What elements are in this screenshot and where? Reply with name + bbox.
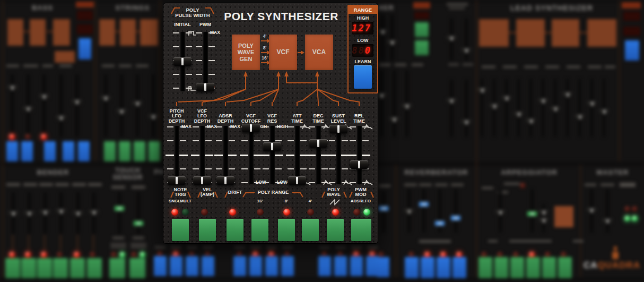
bg-label xyxy=(28,235,29,251)
drift-button[interactable] xyxy=(227,219,243,241)
vcf-res-slider-rail[interactable] xyxy=(270,126,275,184)
range-8-button[interactable] xyxy=(278,219,295,241)
bg-slider-handle xyxy=(419,202,429,207)
pitch-lfo-depth-slider-tick xyxy=(179,155,188,156)
range-low-display: 880 xyxy=(352,44,373,57)
bg-led xyxy=(111,252,117,258)
pitch-lfo-depth-slider-rail[interactable] xyxy=(175,126,179,184)
bg-label xyxy=(136,65,149,67)
rel-time-slider-rail[interactable] xyxy=(357,126,362,184)
bg-slider-handle xyxy=(73,211,83,216)
learn-button[interactable] xyxy=(354,65,372,89)
bg-slider-handle xyxy=(378,30,387,35)
vcf-lfo-depth-slider-tick xyxy=(191,155,199,156)
bg-label xyxy=(110,246,126,248)
pwm-slider-tick xyxy=(208,74,215,75)
bg-slider-handle xyxy=(404,209,414,214)
bg-blue-button xyxy=(437,257,450,278)
pwm-slider-top-label: MAX xyxy=(210,30,226,36)
bg-led xyxy=(25,252,31,258)
sust-level-slider-handle[interactable] xyxy=(329,125,347,133)
dec-time-slider-rail[interactable] xyxy=(316,126,321,184)
bg-green-button xyxy=(129,258,145,278)
bg-slider xyxy=(505,79,508,137)
att-time-slider-rail[interactable] xyxy=(295,126,300,184)
bg-module-box xyxy=(120,19,136,46)
bg-label xyxy=(588,66,602,68)
bg-slider xyxy=(42,74,46,137)
pitch-lfo-depth-slider-handle[interactable] xyxy=(168,176,186,185)
bg-label xyxy=(419,184,432,186)
bg-label xyxy=(573,240,584,242)
rel-time-slider-tick xyxy=(350,140,356,141)
bg-slider xyxy=(118,192,121,234)
bg-slider-handle xyxy=(603,219,612,224)
lfo-led xyxy=(363,209,370,216)
bg-green-button xyxy=(109,258,125,278)
vcf-lfo-depth-slider-handle[interactable] xyxy=(193,176,211,185)
bg-led-display xyxy=(623,12,640,21)
att-time-slider-tick xyxy=(288,126,294,127)
bg-slider-handle xyxy=(117,109,126,114)
bg-label xyxy=(449,7,465,9)
bg-led-display xyxy=(77,24,93,34)
bg-module-box xyxy=(30,19,46,46)
poly-wave-button[interactable] xyxy=(327,219,344,241)
bg-label xyxy=(319,246,330,248)
bg-label xyxy=(115,31,120,32)
bg-label xyxy=(509,240,552,242)
bg-slider-handle xyxy=(447,99,456,104)
pitch-lfo-depth-slider-tick xyxy=(180,140,186,141)
range-box: RANGE HIGH 127 LOW 880 LEARN xyxy=(347,5,378,93)
bg-slider xyxy=(120,74,123,137)
range-16-label: 16' xyxy=(253,199,267,203)
att-time-slider-handle[interactable] xyxy=(288,176,306,185)
sust-level-slider-rail[interactable] xyxy=(336,126,341,184)
pwm-mod-button[interactable] xyxy=(351,219,371,241)
bg-led xyxy=(90,252,95,258)
dec-time-slider-handle[interactable] xyxy=(309,139,327,148)
bg-slider-handle xyxy=(379,206,388,211)
pwm-label: PWM xyxy=(193,22,217,27)
envelope-icon xyxy=(364,180,380,185)
bg-blue-button xyxy=(421,257,434,278)
vcf-cutoff-slider-rail[interactable] xyxy=(249,126,254,184)
pwm-slider-handle[interactable] xyxy=(196,83,214,91)
bg-label xyxy=(12,235,13,251)
vcf-res-slider-handle[interactable] xyxy=(263,142,281,151)
bg-slider xyxy=(405,70,408,137)
bg-slider xyxy=(136,74,139,137)
vel-amp-button[interactable] xyxy=(199,219,216,241)
bg-blue-button xyxy=(249,256,262,276)
vcf-res-slider-label: VCF RES xyxy=(259,107,285,124)
note-trig-button[interactable] xyxy=(172,219,189,241)
adsr-depth-slider-rail[interactable] xyxy=(223,126,228,184)
bg-label xyxy=(130,243,146,245)
bg-green-button xyxy=(37,258,52,278)
bg-slider xyxy=(530,189,534,233)
bg-led xyxy=(632,206,638,212)
range-16-button[interactable] xyxy=(251,219,268,241)
bg-slider-handle xyxy=(24,211,34,216)
bg-slider xyxy=(606,189,609,233)
vcf-lfo-depth-slider-rail[interactable] xyxy=(200,126,205,184)
initial-slider-handle[interactable] xyxy=(173,57,192,66)
vcf-box: VCF xyxy=(269,35,297,70)
bg-label xyxy=(620,183,636,187)
bg-led xyxy=(632,216,638,221)
vcf-lfo-depth-slider-label: VCF LFO DEPTH xyxy=(189,107,215,124)
bg-slider xyxy=(499,189,502,233)
adsr-depth-slider-handle[interactable] xyxy=(216,176,234,185)
range-low-label: LOW xyxy=(349,38,377,43)
adsr-depth-slider-tick xyxy=(214,155,223,156)
range-4-label: 4' xyxy=(303,199,318,203)
bg-range-header xyxy=(622,2,641,8)
bg-module-box xyxy=(55,51,75,63)
range-4-button[interactable] xyxy=(302,219,319,241)
range-title: RANGE xyxy=(354,7,372,13)
bg-green-button xyxy=(149,141,160,161)
vcf-cutoff-slider-handle[interactable] xyxy=(242,124,260,132)
bg-slider-handle xyxy=(72,100,82,105)
bg-label xyxy=(412,64,423,66)
rel-time-slider-handle[interactable] xyxy=(350,160,368,169)
